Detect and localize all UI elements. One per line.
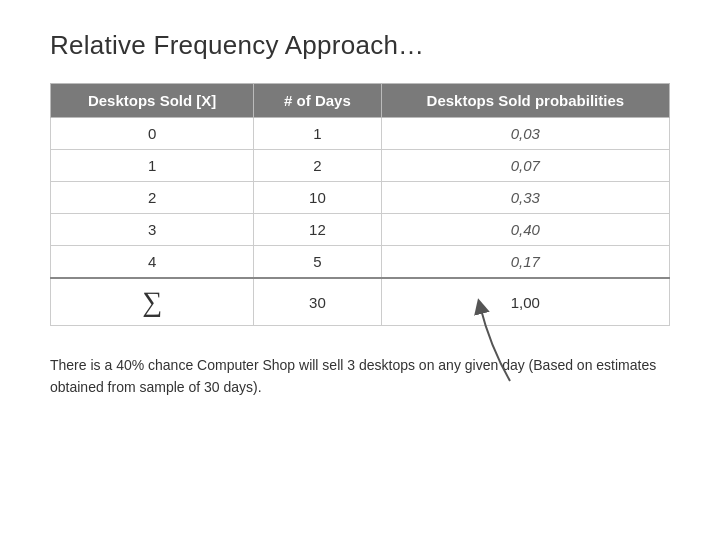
cell-x-0: 0 [51,118,254,150]
col-header-days: # of Days [254,84,381,118]
cell-x-2: 2 [51,182,254,214]
cell-x-1: 1 [51,150,254,182]
cell-prob-3: 0,40 [381,214,669,246]
sigma-symbol: ∑ [142,286,162,317]
table-row: 3 12 0,40 [51,214,670,246]
cell-prob-1: 0,07 [381,150,669,182]
cell-prob-0: 0,03 [381,118,669,150]
cell-days-1: 2 [254,150,381,182]
cell-sum-days: 30 [254,278,381,326]
frequency-table: Desktops Sold [X] # of Days Desktops Sol… [50,83,670,326]
table-row: 0 1 0,03 [51,118,670,150]
table-header-row: Desktops Sold [X] # of Days Desktops Sol… [51,84,670,118]
cell-days-3: 12 [254,214,381,246]
col-header-x: Desktops Sold [X] [51,84,254,118]
cell-prob-4: 0,17 [381,246,669,279]
col-header-prob: Desktops Sold probabilities [381,84,669,118]
cell-days-2: 10 [254,182,381,214]
table-row: 1 2 0,07 [51,150,670,182]
page: Relative Frequency Approach… Desktops So… [0,0,720,540]
table-sum-row: ∑ 30 1,00 [51,278,670,326]
cell-days-4: 5 [254,246,381,279]
cell-x-3: 3 [51,214,254,246]
cell-sum-prob: 1,00 [381,278,669,326]
table-section: Desktops Sold [X] # of Days Desktops Sol… [50,83,670,326]
cell-prob-2: 0,33 [381,182,669,214]
cell-x-4: 4 [51,246,254,279]
table-row: 4 5 0,17 [51,246,670,279]
page-title: Relative Frequency Approach… [50,30,670,61]
table-row: 2 10 0,33 [51,182,670,214]
cell-sigma: ∑ [51,278,254,326]
bottom-text: There is a 40% chance Computer Shop will… [50,354,670,399]
cell-days-0: 1 [254,118,381,150]
